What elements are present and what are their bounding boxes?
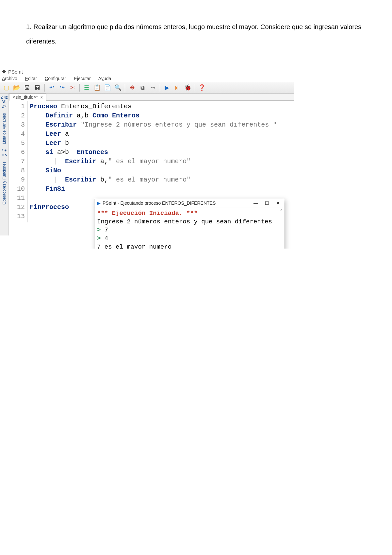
open-icon[interactable]: 📂 (12, 83, 21, 92)
close-icon[interactable]: ✕ (275, 200, 281, 206)
find-icon[interactable]: 🔍 (114, 83, 122, 92)
input-value-1: 7 (105, 226, 108, 234)
code-editor[interactable]: 12345678910111213 Proceso Enteros_Difere… (9, 101, 294, 235)
app-title: PSeInt (8, 69, 23, 75)
debug-icon[interactable]: 🐞 (184, 83, 192, 92)
line-number: 1 (10, 102, 25, 111)
step-icon[interactable]: ⏯ (173, 83, 182, 92)
code-line[interactable]: | Escribir b," es el mayor numero" (30, 175, 277, 184)
problem-statement: 1. Realizar un algoritmo que pida dos nú… (26, 20, 366, 48)
line-number: 8 (10, 166, 25, 175)
new-icon[interactable]: ▢ (2, 83, 10, 92)
exec-result: 7 es el mayor numero (97, 243, 172, 249)
app-logo-icon: ✥ (2, 69, 6, 75)
indent-icon[interactable]: ☰ (82, 83, 91, 92)
line-number: 12 (10, 203, 25, 212)
code-line[interactable]: Leer a (30, 130, 277, 139)
left-tab-variables[interactable]: Lista de Variables (1, 111, 7, 147)
file-tab[interactable]: <sin_titulo>* x (9, 94, 46, 101)
flow-icon[interactable]: ⧉ (138, 83, 147, 92)
ide-window: ✥ PSeInt Archivo Editar Configurar Ejecu… (0, 68, 294, 235)
run-icon[interactable]: ▶ (163, 83, 171, 92)
menu-archivo[interactable]: Archivo (2, 76, 21, 81)
ide-title-bar: ✥ PSeInt (0, 68, 294, 75)
code-line[interactable]: Escribir "Ingrese 2 números enteros y qu… (30, 120, 277, 130)
exec-title-text: PSeInt - Ejecutando proceso ENTEROS_DIFE… (103, 200, 216, 206)
left-symbols-mid[interactable]: * + = < (0, 147, 8, 159)
toolbar-separator (160, 84, 160, 92)
undo-icon[interactable]: ↶ (47, 83, 56, 92)
line-number: 4 (10, 130, 25, 139)
toolbar: ▢📂🖫🖬↶↷✂☰📋📄🔍❋⧉⤳▶⏯🐞❓ (0, 82, 294, 94)
menu-editar[interactable]: Editar (25, 76, 41, 81)
help-icon[interactable]: ❓ (198, 83, 206, 92)
line-number: 7 (10, 157, 25, 166)
file-tab-label: <sin_titulo>* (13, 95, 38, 100)
problem-number: 1. (26, 23, 32, 30)
line-number: 2 (10, 111, 25, 120)
code-line[interactable]: | Escribir a," es el mayor numero" (30, 157, 277, 166)
code-line[interactable]: SiNo (30, 166, 277, 175)
menu-configurar[interactable]: Configurar (45, 76, 69, 81)
problem-text: Realizar un algoritmo que pida dos númer… (26, 23, 361, 45)
cut-icon[interactable]: ✂ (68, 83, 77, 92)
line-number: 6 (10, 148, 25, 157)
code-line[interactable]: Leer b (30, 139, 277, 148)
menu-ejecutar[interactable]: Ejecutar (74, 76, 94, 81)
exec-output: ⌃ *** Ejecución Iniciada. *** Ingrese 2 … (94, 207, 284, 249)
line-number: 5 (10, 139, 25, 148)
exec-prompt-line: Ingrese 2 números enteros y que sean dif… (97, 218, 272, 225)
line-gutter: 12345678910111213 (9, 101, 28, 222)
menu-bar: Archivo Editar Configurar Ejecutar Ayuda (0, 75, 294, 82)
toolbar-separator (44, 84, 45, 92)
maximize-icon[interactable]: ☐ (264, 200, 270, 206)
input-caret-2: > (97, 235, 101, 242)
flow2-icon[interactable]: ⤳ (149, 83, 157, 92)
close-tab-icon[interactable]: x (41, 95, 43, 99)
play-icon: ▶ (97, 200, 101, 206)
left-symbols-top[interactable]: ≤ 42 'A' ¿? (0, 94, 8, 111)
redo-icon[interactable]: ↷ (58, 83, 66, 92)
line-number: 13 (10, 212, 25, 221)
exec-start: *** Ejecución Iniciada. *** (97, 210, 198, 217)
line-number: 9 (10, 175, 25, 184)
toolbar-separator (79, 84, 80, 92)
execution-window: ▶ PSeInt - Ejecutando proceso ENTEROS_DI… (94, 199, 284, 249)
input-caret-1: > (97, 226, 101, 234)
code-line[interactable]: si a>b Entonces (30, 148, 277, 157)
left-tab-operators[interactable]: Operadores y Funciones (1, 159, 7, 207)
left-panel: ≤ 42 'A' ¿? Lista de Variables * + = < O… (0, 94, 9, 235)
check-icon[interactable]: ❋ (128, 83, 136, 92)
minimize-icon[interactable]: — (253, 200, 259, 206)
exec-title-bar[interactable]: ▶ PSeInt - Ejecutando proceso ENTEROS_DI… (94, 199, 284, 207)
input-value-2: 4 (105, 235, 108, 242)
copy-icon[interactable]: 📋 (93, 83, 101, 92)
line-number: 3 (10, 120, 25, 130)
file-tab-row: <sin_titulo>* x (9, 94, 294, 101)
line-number: 10 (10, 184, 25, 194)
code-line[interactable]: Definir a,b Como Enteros (30, 111, 277, 120)
toolbar-separator (125, 84, 125, 92)
toolbar-separator (195, 84, 195, 92)
code-line[interactable]: FinSi (30, 184, 277, 194)
saveas-icon[interactable]: 🖬 (33, 83, 42, 92)
paste-icon[interactable]: 📄 (103, 83, 112, 92)
save-icon[interactable]: 🖫 (23, 83, 31, 92)
scroll-up-icon[interactable]: ⌃ (280, 209, 283, 214)
menu-ayuda[interactable]: Ayuda (98, 76, 114, 81)
code-line[interactable]: Proceso Enteros_Diferentes (30, 102, 277, 111)
line-number: 11 (10, 194, 25, 203)
